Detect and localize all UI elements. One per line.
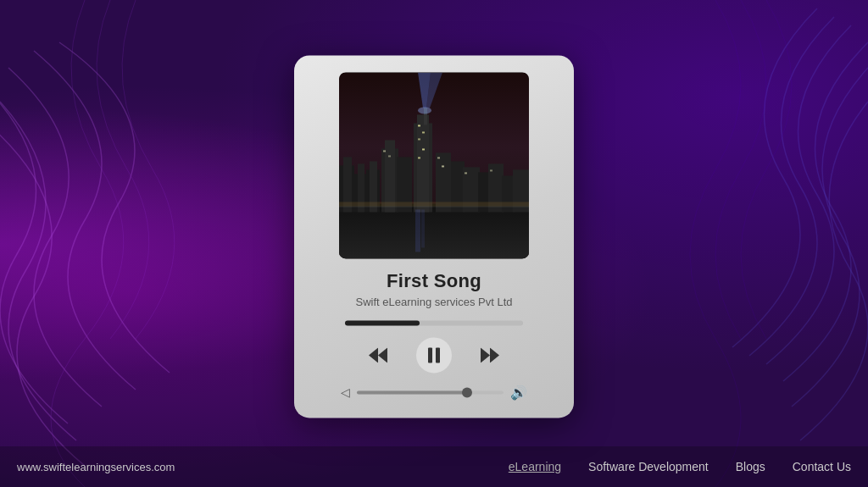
website-link[interactable]: www.swiftelearningservices.com	[17, 461, 175, 473]
forward-icon	[481, 347, 499, 362]
player-card: First Song Swift eLearning services Pvt …	[294, 55, 574, 418]
svg-rect-31	[437, 157, 440, 158]
nav-contact-us[interactable]: Contact Us	[793, 460, 851, 473]
volume-control: ◁ 🔊	[341, 385, 527, 401]
volume-right-icon: 🔊	[510, 385, 527, 401]
nav-elearning[interactable]: eLearning	[509, 460, 561, 473]
svg-marker-40	[369, 347, 378, 362]
svg-rect-12	[417, 114, 429, 212]
svg-rect-38	[339, 202, 529, 206]
svg-marker-44	[490, 347, 499, 362]
song-artist: Swift eLearning services Pvt Ltd	[356, 296, 513, 308]
svg-rect-41	[428, 347, 432, 362]
svg-rect-36	[415, 209, 420, 252]
svg-rect-30	[388, 155, 391, 157]
svg-rect-29	[383, 150, 386, 152]
album-art	[339, 72, 529, 258]
svg-marker-43	[481, 347, 490, 362]
svg-point-28	[418, 107, 431, 113]
nav-software-development[interactable]: Software Development	[588, 460, 709, 473]
footer: www.swiftelearningservices.com eLearning…	[0, 446, 868, 487]
svg-rect-32	[442, 165, 444, 167]
progress-fill	[345, 320, 420, 325]
rewind-button[interactable]	[365, 344, 391, 366]
right-waves	[546, 0, 868, 487]
pause-button[interactable]	[416, 337, 452, 373]
svg-rect-18	[418, 157, 420, 158]
svg-rect-15	[422, 131, 425, 133]
nav-blogs[interactable]: Blogs	[736, 460, 765, 473]
volume-left-icon: ◁	[341, 385, 350, 399]
svg-rect-9	[385, 140, 395, 212]
svg-rect-17	[422, 148, 425, 150]
left-waves	[0, 0, 271, 487]
svg-rect-35	[339, 206, 529, 207]
volume-track[interactable]	[357, 390, 504, 394]
volume-fill	[357, 390, 467, 394]
svg-rect-42	[436, 347, 440, 362]
song-title: First Song	[387, 270, 481, 292]
svg-rect-34	[465, 172, 467, 174]
progress-bar[interactable]	[345, 320, 523, 325]
playback-controls	[365, 337, 503, 373]
rewind-icon	[369, 347, 387, 362]
svg-rect-16	[418, 138, 420, 140]
svg-rect-37	[421, 209, 425, 247]
footer-nav: eLearning Software Development Blogs Con…	[509, 460, 851, 473]
pause-icon	[426, 346, 442, 363]
forward-button[interactable]	[477, 344, 503, 366]
svg-rect-33	[490, 169, 492, 171]
svg-marker-39	[378, 347, 387, 362]
svg-rect-14	[418, 125, 420, 126]
volume-knob	[462, 387, 472, 397]
